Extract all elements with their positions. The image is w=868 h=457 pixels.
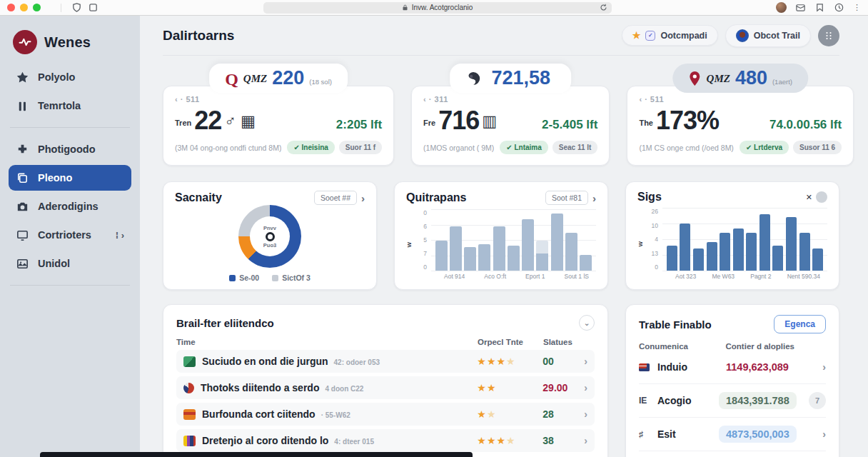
trail-button-label: Obcot Trail xyxy=(754,31,800,41)
apps-menu-button[interactable] xyxy=(818,25,839,46)
legend-item: Se-00 xyxy=(229,273,259,282)
main-content: Dalirtoarns ★ ✓ Ootcmpadi Obcot Trail xyxy=(140,16,868,457)
agency-button[interactable]: Egenca xyxy=(774,315,826,333)
star-rating: ★★ xyxy=(477,408,542,420)
sidebar-item-cortrioters[interactable]: Cortrioters ⁞ › xyxy=(9,222,131,248)
shield-icon[interactable] xyxy=(71,2,82,13)
page-header: Dalirtoarns ★ ✓ Ootcmpadi Obcot Trail xyxy=(163,16,839,56)
row-label: Acogio xyxy=(657,395,719,406)
sort-button[interactable]: Sooet ## xyxy=(314,191,357,205)
puzzle-icon xyxy=(16,143,29,156)
divider xyxy=(10,127,130,128)
trail-button[interactable]: Obcot Trail xyxy=(725,24,811,47)
star-outline-icon: ★ xyxy=(506,356,516,367)
stat-card-searches: Q QMZ 220 (18 sol) ‹ · 511 Tren 22 ♂ ▦ 2… xyxy=(163,86,394,166)
card-title: Brail-fter eliitendco xyxy=(176,317,274,329)
table-row[interactable]: Suciudo en ond die jurgun42: odoer 053 ★… xyxy=(176,350,595,373)
close-window-button[interactable] xyxy=(7,4,15,11)
back-link[interactable]: ‹ · 311 xyxy=(423,95,597,104)
chevron-right-icon[interactable]: › xyxy=(584,408,587,420)
status-badge: ✔ Lrtderva xyxy=(740,141,789,154)
y-axis-label: W xyxy=(637,241,644,247)
chevron-right-icon[interactable]: › xyxy=(822,428,826,440)
bar xyxy=(493,226,505,271)
chart-legend: Se-00SictOf 3 xyxy=(229,273,311,282)
star-icon xyxy=(16,71,29,84)
chevron-right-icon[interactable]: › xyxy=(584,435,587,446)
badge-script: QMZ xyxy=(707,73,730,88)
compare-button[interactable]: ★ ✓ Ootcmpadi xyxy=(622,25,718,46)
toggle-switch[interactable] xyxy=(816,191,827,203)
sidebar-item-temrtola[interactable]: Temrtola xyxy=(9,93,131,119)
collapse-button[interactable]: ⌄ xyxy=(579,315,595,331)
row-value: 28 xyxy=(542,408,584,420)
stat-prefix: Fre xyxy=(423,119,435,132)
table-row[interactable]: Dreteŋio al coro ditendo lo4: dteer 015 … xyxy=(176,429,595,452)
status-badge: ✔ Lntaima xyxy=(500,141,548,154)
sidebar-item-label: Cortrioters xyxy=(38,229,91,241)
sort-button[interactable]: Soot #81 xyxy=(545,191,588,205)
bar xyxy=(508,246,520,271)
bar xyxy=(435,241,448,271)
donut-center-ring-icon xyxy=(266,232,275,241)
overflow-menu-icon[interactable]: ⋮ xyxy=(853,3,861,12)
back-link[interactable]: ‹ · 511 xyxy=(175,95,382,104)
window-controls[interactable] xyxy=(7,4,41,11)
sidebar-item-label: Temrtola xyxy=(38,100,81,111)
chevron-right-icon[interactable]: › xyxy=(592,192,596,204)
brand[interactable]: Wenes xyxy=(9,27,131,64)
chevron-right-icon[interactable]: › xyxy=(584,382,587,393)
sidebar-item-polyolo[interactable]: Polyolo xyxy=(9,64,131,90)
y-axis-label: W xyxy=(406,242,413,248)
swirl-icon xyxy=(465,71,481,88)
row-subtitle: · 55-W62 xyxy=(321,411,350,419)
mail-icon[interactable] xyxy=(795,2,806,13)
table-row[interactable]: Burfounda cort ciitendo· 55-W62 ★★ 28 › xyxy=(176,403,595,426)
bar xyxy=(536,241,548,271)
chevron-right-icon[interactable]: ⁞ › xyxy=(116,230,124,241)
x-tick: Nent 590.34 xyxy=(787,273,820,281)
table-row[interactable]: Thotoks diitendo a serdo4 doon C22 ★★ 29… xyxy=(176,376,595,399)
reload-icon[interactable] xyxy=(600,4,607,11)
sidebar-item-pleono[interactable]: Pleono xyxy=(9,165,131,191)
table-row[interactable]: ✓ Gnclo 2549,599,449 › xyxy=(639,451,826,457)
search-icon: Q xyxy=(225,72,238,88)
badge-value: 721,58 xyxy=(491,69,550,88)
sidebar-item-unidol[interactable]: Unidol xyxy=(9,251,131,276)
sidebar-item-photigoodo[interactable]: Photigoodo xyxy=(9,136,131,162)
x-axis-ticks: Aot 323Me W63Pagnt 2Nent 590.34 xyxy=(662,271,827,281)
address-bar[interactable]: Invw. Acotgroclanio xyxy=(263,2,612,14)
chevron-right-icon[interactable]: › xyxy=(361,192,365,204)
close-icon[interactable]: ✕ xyxy=(806,193,812,202)
chevron-right-icon[interactable]: › xyxy=(822,361,826,373)
bar xyxy=(450,226,462,271)
bookmark-icon[interactable] xyxy=(814,2,825,13)
new-tab-icon[interactable] xyxy=(88,2,99,13)
legend-swatch xyxy=(272,275,278,281)
table-row[interactable]: ♯ Esit 4873,500,003 › xyxy=(639,418,826,451)
row-value: 38 xyxy=(542,435,584,446)
minimize-window-button[interactable] xyxy=(20,4,28,11)
star-rating: ★★★★ xyxy=(477,435,542,446)
bar xyxy=(733,228,744,271)
chevron-right-icon[interactable]: 7 xyxy=(809,392,826,409)
chevron-right-icon[interactable]: › xyxy=(584,356,587,367)
history-clock-icon[interactable] xyxy=(834,2,844,13)
row-title: Burfounda cort ciitendo xyxy=(202,408,316,420)
back-link[interactable]: ‹ · 511 xyxy=(639,95,842,104)
row-title: Dreteŋio al coro ditendo lo xyxy=(202,435,328,446)
profile-avatar[interactable] xyxy=(776,2,787,13)
table-row[interactable]: Induio 1149,623,089 › xyxy=(639,351,826,384)
donut-ring: Pnvv Puo3 xyxy=(238,205,301,268)
donut-chart-card: Sacnaity Sooet ## › Pnvv Puo3 Se-00 xyxy=(163,181,377,290)
dock-strip xyxy=(40,452,473,457)
table-row[interactable]: IE Acogio 1843,391.788 7 xyxy=(639,384,826,418)
donut-center: Pnvv Puo3 xyxy=(250,216,290,256)
book-icon xyxy=(183,356,196,367)
sidebar-item-label: Photigoodo xyxy=(38,144,96,155)
camera-icon xyxy=(16,200,29,214)
sidebar-item-aderodigins[interactable]: Aderodigins xyxy=(9,194,131,219)
zoom-window-button[interactable] xyxy=(33,4,41,11)
row-label: Induio xyxy=(657,361,719,373)
activity-table-card: Brail-fter eliitendco ⌄ Time Orpecl Tnte… xyxy=(163,304,608,457)
